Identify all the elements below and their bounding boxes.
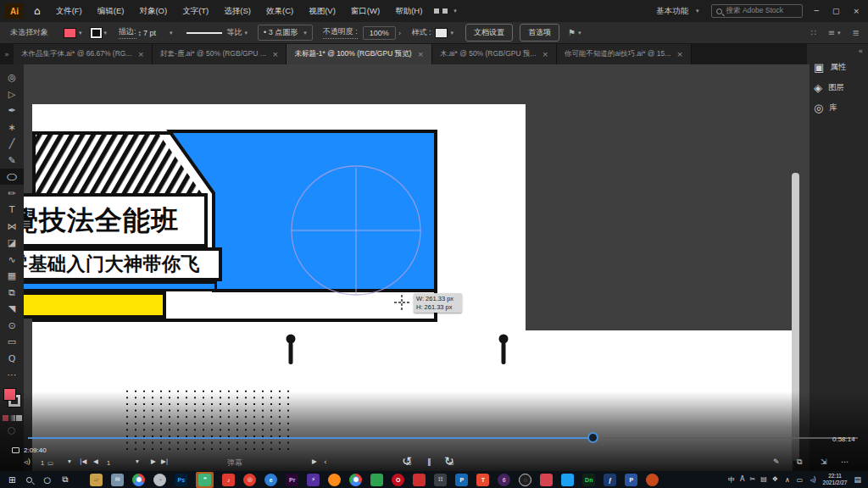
symbol-sprayer-tool[interactable]: ⊙	[0, 318, 24, 334]
type-tool[interactable]: T	[0, 202, 24, 218]
opacity-value[interactable]: 100%	[363, 26, 396, 40]
p-blue-app-icon[interactable]: P	[455, 474, 468, 486]
input-method-icon-2[interactable]: ✂	[750, 475, 756, 485]
chrome-2-icon[interactable]	[349, 474, 362, 486]
tab-close-icon[interactable]: ×	[676, 50, 683, 58]
stroke-stepper[interactable]: ▴ ▾	[139, 30, 142, 36]
taskbar-clock[interactable]: 22:11 2021/2/27	[823, 473, 848, 486]
edit-toolbar[interactable]: ⋯	[0, 367, 24, 383]
chevron-down-icon[interactable]: ▾	[68, 458, 71, 465]
dimension-icon[interactable]: Dn	[582, 474, 595, 486]
danmaku-label[interactable]: 弹幕	[227, 458, 242, 469]
document-tab-4[interactable]: 你可能不知道的ai技巧.ai* @ 15...×	[557, 44, 692, 64]
tab-overflow-icon[interactable]: »	[0, 44, 14, 64]
mail-icon[interactable]: ✉	[111, 474, 124, 486]
collapse-panels-icon[interactable]: «	[858, 47, 863, 55]
navy-bolt-app-icon[interactable]: ƒ	[604, 474, 616, 486]
more-icon[interactable]: ⋯	[841, 458, 849, 466]
eyedropper-tool[interactable]: ◥	[0, 301, 24, 317]
eraser-tool[interactable]: ◪	[0, 235, 24, 251]
document-tab-0[interactable]: 木作品集字体.ai* @ 66.67% (RG...×	[14, 44, 153, 64]
screen-icon[interactable]: ▭	[47, 459, 53, 467]
document-setup-button[interactable]: 文档设置	[465, 24, 513, 42]
stroke-weight-value[interactable]: 7 pt	[143, 29, 156, 37]
purple-bolt-app-icon[interactable]: ⚡	[307, 474, 320, 486]
photoshop-icon[interactable]: Ps	[175, 474, 187, 486]
green-square-app-icon[interactable]	[370, 474, 383, 486]
premiere-icon[interactable]: Pr	[286, 474, 298, 486]
stroke-label[interactable]: 描边:	[119, 26, 136, 39]
document-tab-2[interactable]: 未标题-1* @ 100% (RGB/GPU 预览)×	[287, 44, 432, 64]
powerpoint-circle-icon[interactable]	[646, 474, 659, 486]
shape-builder-tool[interactable]: ⧉	[0, 285, 24, 301]
touch-workspace-icon[interactable]: ∷	[810, 28, 815, 37]
chevron-right-icon[interactable]: ›	[398, 29, 402, 37]
chrome-icon[interactable]	[132, 474, 145, 486]
curvature-tool[interactable]: ✎	[0, 152, 24, 169]
line-segment-tool[interactable]: ╱	[0, 136, 24, 152]
p-blue-app-2-icon[interactable]: P	[625, 474, 637, 486]
action-center-icon[interactable]: ▤	[854, 475, 861, 484]
speaker-icon[interactable]: ◃)	[24, 458, 31, 466]
playback-speed[interactable]: 1	[41, 459, 44, 467]
menu-item-0[interactable]: 文件(F)	[56, 6, 82, 17]
input-method-icon-1[interactable]: A	[740, 475, 744, 485]
menu-item-8[interactable]: 帮助(H)	[395, 6, 422, 17]
red-square-app-2-icon[interactable]	[540, 474, 553, 486]
stroke-color-swatch[interactable]: ▾	[91, 28, 108, 38]
step-back-icon[interactable]: ◀	[93, 458, 98, 465]
input-method-icon-0[interactable]: 中	[728, 475, 735, 485]
restore-button[interactable]: ▢	[832, 7, 840, 15]
opera-icon[interactable]: O	[392, 474, 404, 486]
shape-group-tool[interactable]: ◎	[0, 69, 24, 86]
search-input[interactable]: 搜索 Adobe Stock	[711, 4, 803, 18]
fill-color-swatch[interactable]: ▾	[64, 28, 82, 38]
wechat-active[interactable]: ❝	[196, 472, 214, 488]
red-square-app-icon[interactable]	[413, 474, 426, 486]
pen-tool[interactable]: ✒	[0, 103, 24, 119]
volume-icon[interactable]: ◃)	[810, 476, 815, 484]
progress-bar-played[interactable]	[28, 437, 593, 439]
tab-close-icon[interactable]: ×	[138, 50, 145, 58]
mesh-tool[interactable]: ▦	[0, 268, 24, 284]
tray-expand-icon[interactable]: ∧	[785, 476, 790, 484]
next-frame-icon[interactable]: ▶|	[161, 458, 168, 465]
dock-item-layers[interactable]: ◈图层	[814, 81, 844, 94]
preferences-button[interactable]: 首选项	[520, 24, 559, 42]
netease-red-icon[interactable]: ♪	[222, 474, 235, 486]
task-view-icon[interactable]: ⧉	[62, 474, 68, 485]
ellipse-tool[interactable]: ◯	[0, 169, 24, 185]
tab-close-icon[interactable]: ×	[272, 50, 279, 58]
pencil-icon[interactable]: ✎	[773, 458, 780, 466]
home-icon[interactable]: ⌂	[34, 5, 41, 17]
tt-red-app-icon[interactable]: T	[476, 474, 489, 486]
mini-play-icon[interactable]: ▶	[312, 458, 317, 465]
progress-handle[interactable]	[587, 432, 598, 443]
wechat-active-icon[interactable]: ❝	[198, 474, 211, 486]
red-circle-app-icon[interactable]: ◎	[243, 474, 256, 486]
exit-fullscreen-icon[interactable]: ⇲	[821, 458, 827, 466]
cortana-icon[interactable]: ○	[43, 475, 51, 485]
start-button[interactable]: ⊞	[8, 475, 15, 485]
obs-icon[interactable]: ◌	[519, 474, 531, 486]
dock-item-properties[interactable]: ▣属性	[814, 61, 846, 74]
pause-button[interactable]: ‖	[427, 458, 431, 466]
purple-circle-app-icon[interactable]: 6	[498, 474, 510, 486]
blue-circle-app-icon[interactable]: e	[264, 474, 277, 486]
chevron-down-icon[interactable]: ▾	[837, 30, 841, 36]
dock-item-libraries[interactable]: ◎库	[814, 102, 837, 114]
document-tab-1[interactable]: 封套-鹿.ai* @ 50% (RGB/GPU ...×	[153, 44, 287, 64]
zoom-tool[interactable]: Q	[0, 351, 24, 367]
previous-frame-icon[interactable]: |◀	[80, 458, 86, 465]
progress-bar-remaining[interactable]	[599, 437, 858, 439]
forward-30-button[interactable]: ↻ 30	[444, 456, 459, 469]
style-swatch[interactable]: ▾	[435, 28, 453, 38]
opacity-label[interactable]: 不透明度 :	[323, 26, 358, 39]
pip-icon[interactable]: ⧉	[797, 458, 802, 467]
display-icon[interactable]: ▭	[797, 476, 804, 484]
workspace-switcher[interactable]: 基本功能 ▾	[656, 6, 699, 17]
play-icon[interactable]: ▶	[151, 458, 156, 465]
smooth-tool[interactable]: ∿	[0, 252, 24, 268]
tab-close-icon[interactable]: ×	[417, 50, 424, 58]
taskbar-search-icon[interactable]	[26, 477, 32, 483]
